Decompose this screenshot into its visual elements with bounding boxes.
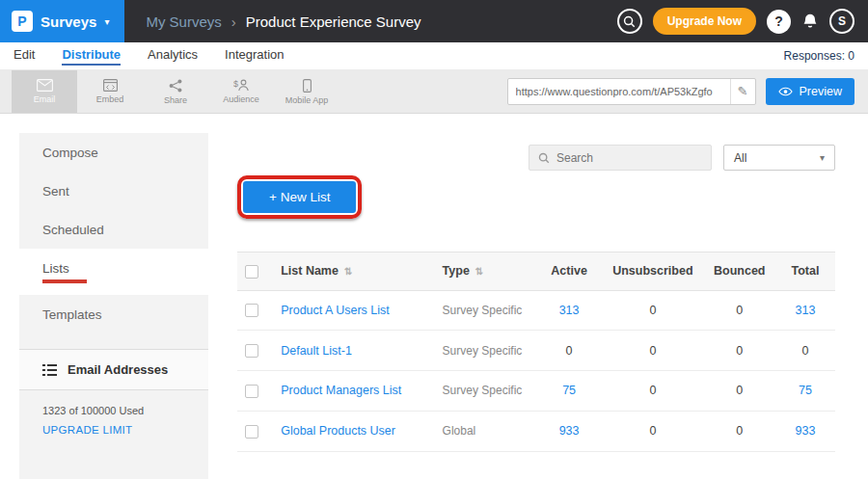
breadcrumb-my-surveys[interactable]: My Surveys	[146, 13, 221, 30]
list-type: Survey Specific	[435, 331, 536, 371]
tool-tab-label: Email	[34, 94, 56, 104]
list-name-link[interactable]: Global Products User	[273, 411, 434, 451]
table-row: Product A Users List Survey Specific 313…	[237, 290, 835, 331]
total-count: 0	[775, 331, 835, 371]
lists-content: All ▾ + New List List Name⇅ Type⇅ Active…	[208, 133, 868, 479]
total-count: 313	[775, 290, 835, 331]
row-checkbox[interactable]	[245, 425, 258, 439]
user-avatar[interactable]: S	[829, 9, 854, 34]
new-list-button[interactable]: + New List	[243, 181, 356, 213]
preview-button[interactable]: Preview	[766, 78, 854, 105]
column-header-total[interactable]: Total	[775, 253, 835, 291]
tool-tab-label: Audience	[223, 94, 259, 104]
row-checkbox[interactable]	[245, 344, 258, 358]
email-addresses-section: Email Addresses	[19, 349, 208, 390]
list-filters: All ▾	[237, 145, 835, 171]
breadcrumb: My Surveys › Product Experience Survey	[146, 13, 420, 30]
notifications-bell-icon[interactable]	[801, 13, 819, 30]
table-row: Global Products User Global 933 0 0 933	[237, 411, 835, 451]
sort-icon[interactable]: ⇅	[475, 266, 483, 277]
sidebar-item-templates[interactable]: Templates	[19, 295, 208, 333]
upgrade-now-button[interactable]: Upgrade Now	[653, 8, 756, 35]
search-icon[interactable]	[617, 9, 642, 34]
email-usage-text: 1323 of 100000 Used	[19, 390, 208, 419]
tool-tab-audience[interactable]: $ Audience	[208, 70, 274, 113]
active-count: 75	[536, 371, 602, 412]
distribute-toolbar: Email Embed Share $ Audience Mobile App …	[0, 70, 868, 114]
survey-url-input[interactable]	[508, 86, 730, 97]
annotation-red-underline	[42, 279, 87, 283]
list-type-filter-dropdown[interactable]: All ▾	[723, 145, 835, 171]
email-addresses-title: Email Addresses	[68, 362, 168, 377]
mobile-phone-icon	[303, 79, 312, 93]
list-search-input[interactable]	[556, 151, 702, 165]
main-area: Compose Sent Scheduled Lists Templates E…	[0, 114, 868, 479]
column-header-type[interactable]: Type⇅	[435, 253, 536, 291]
column-label: Type	[443, 264, 470, 278]
column-header-active[interactable]: Active	[536, 253, 602, 291]
app-name: Surveys	[41, 13, 96, 30]
tool-tab-email[interactable]: Email	[12, 70, 77, 113]
list-name-link[interactable]: Product A Users List	[273, 290, 434, 331]
share-icon	[169, 79, 182, 93]
list-type: Survey Specific	[435, 371, 536, 412]
lists-table: List Name⇅ Type⇅ Active Unsubscribed Bou…	[237, 252, 835, 452]
bounced-count: 0	[704, 331, 775, 371]
row-checkbox[interactable]	[245, 385, 258, 398]
tool-tab-label: Mobile App	[285, 95, 329, 105]
table-header-row: List Name⇅ Type⇅ Active Unsubscribed Bou…	[237, 253, 835, 291]
bounced-count: 0	[704, 371, 775, 412]
email-icon	[37, 79, 53, 92]
tool-tab-label: Embed	[96, 94, 124, 104]
breadcrumb-separator-icon: ›	[231, 13, 236, 30]
questionpro-logo-icon: P	[12, 11, 33, 32]
sidebar-item-compose[interactable]: Compose	[19, 133, 208, 172]
responses-count[interactable]: Responses: 0	[784, 49, 854, 63]
sidebar-item-sent[interactable]: Sent	[19, 172, 208, 210]
annotation-red-box: + New List	[237, 175, 362, 219]
address-list-icon	[42, 364, 57, 376]
help-icon[interactable]: ?	[767, 10, 791, 34]
upgrade-limit-link[interactable]: UPGRADE LIMIT	[19, 419, 208, 440]
survey-section-nav: Edit Distribute Analytics Integration Re…	[0, 42, 868, 70]
tool-tab-label: Share	[164, 95, 187, 105]
chevron-down-icon: ▾	[104, 16, 109, 27]
bounced-count: 0	[704, 411, 775, 451]
unsubscribed-count: 0	[602, 371, 703, 412]
sidebar-item-lists[interactable]: Lists	[19, 249, 208, 295]
email-sidebar: Compose Sent Scheduled Lists Templates E…	[19, 133, 208, 479]
column-header-list-name[interactable]: List Name⇅	[273, 253, 434, 291]
row-checkbox[interactable]	[245, 304, 258, 317]
total-count: 75	[775, 371, 835, 412]
active-count: 0	[536, 331, 602, 371]
active-count: 933	[536, 411, 602, 451]
unsubscribed-count: 0	[602, 331, 703, 371]
list-search-box	[529, 145, 712, 171]
tab-analytics[interactable]: Analytics	[148, 47, 198, 66]
table-row: Product Managers List Survey Specific 75…	[237, 371, 835, 412]
survey-url-box: ✎	[507, 78, 756, 105]
surveys-app-menu[interactable]: P Surveys ▾	[0, 0, 124, 42]
list-name-link[interactable]: Product Managers List	[273, 371, 434, 412]
topbar-actions: Upgrade Now ? S	[617, 8, 868, 35]
unsubscribed-count: 0	[602, 290, 703, 331]
column-header-bounced[interactable]: Bounced	[704, 253, 775, 291]
tool-tab-embed[interactable]: Embed	[77, 70, 143, 113]
sidebar-item-scheduled[interactable]: Scheduled	[19, 210, 208, 249]
tool-tab-mobile-app[interactable]: Mobile App	[274, 70, 339, 113]
chevron-down-icon: ▾	[820, 152, 825, 163]
tab-integration[interactable]: Integration	[225, 47, 284, 66]
tab-distribute[interactable]: Distribute	[62, 47, 121, 66]
edit-url-pencil-icon[interactable]: ✎	[730, 79, 755, 104]
select-all-checkbox[interactable]	[245, 265, 258, 279]
sort-icon[interactable]: ⇅	[344, 266, 352, 277]
list-name-link[interactable]: Default List-1	[273, 331, 434, 371]
tab-edit[interactable]: Edit	[14, 47, 35, 66]
top-bar: P Surveys ▾ My Surveys › Product Experie…	[0, 0, 868, 42]
tool-tab-share[interactable]: Share	[143, 70, 208, 113]
table-row: Default List-1 Survey Specific 0 0 0 0	[237, 331, 835, 371]
list-type: Survey Specific	[435, 290, 536, 331]
column-header-unsubscribed[interactable]: Unsubscribed	[602, 253, 703, 291]
sidebar-item-lists-label: Lists	[42, 261, 69, 276]
search-icon	[538, 152, 550, 164]
